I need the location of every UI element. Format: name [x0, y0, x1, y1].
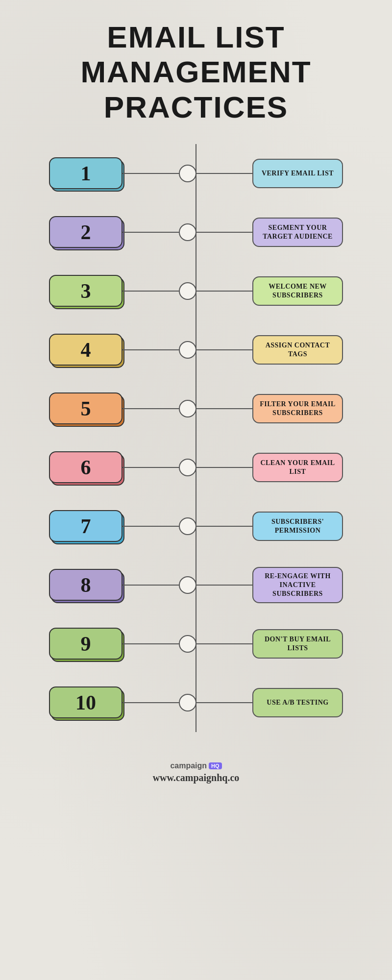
number-box-wrapper-8: 8: [49, 569, 122, 601]
connector-right-7: [196, 526, 253, 527]
connector-left-7: [122, 526, 179, 527]
connector-left-1: [122, 173, 179, 174]
title-section: EMAIL LIST MANAGEMENT PRACTICES: [51, 0, 341, 134]
label-box-10: USE A/B TESTING: [252, 688, 343, 717]
connector-right-9: [196, 643, 253, 644]
number-box-3: 3: [49, 275, 122, 307]
timeline-item-9: 9DON'T BUY EMAIL LISTS: [49, 614, 343, 673]
center-circle-5: [179, 400, 196, 417]
timeline-item-10: 10USE A/B TESTING: [49, 673, 343, 732]
number-box-wrapper-2: 2: [49, 216, 122, 248]
number-box-wrapper-3: 3: [49, 275, 122, 307]
label-box-3: WELCOME NEW SUBSCRIBERS: [252, 276, 343, 306]
number-box-wrapper-7: 7: [49, 510, 122, 542]
connector-right-2: [196, 232, 253, 233]
footer-url[interactable]: www.campaignhq.co: [153, 772, 240, 784]
timeline-container: 1VERIFY EMAIL LIST2SEGMENT YOUR TARGET A…: [0, 134, 392, 742]
number-box-5: 5: [49, 392, 122, 424]
center-circle-8: [179, 576, 196, 594]
label-box-9: DON'T BUY EMAIL LISTS: [252, 629, 343, 659]
connector-left-10: [122, 702, 179, 703]
connector-left-2: [122, 232, 179, 233]
number-box-wrapper-1: 1: [49, 157, 122, 189]
connector-right-3: [196, 291, 253, 292]
connector-left-8: [122, 585, 179, 586]
center-circle-10: [179, 694, 196, 711]
center-circle-4: [179, 341, 196, 359]
timeline-item-8: 8RE-ENGAGE WITH INACTIVE SUBSCRIBERS: [49, 556, 343, 614]
label-box-5: FILTER YOUR EMAIL SUBSCRIBERS: [252, 394, 343, 423]
connector-left-9: [122, 643, 179, 644]
label-box-1: VERIFY EMAIL LIST: [252, 159, 343, 188]
label-box-8: RE-ENGAGE WITH INACTIVE SUBSCRIBERS: [252, 567, 343, 604]
timeline-item-1: 1VERIFY EMAIL LIST: [49, 144, 343, 203]
timeline-item-2: 2SEGMENT YOUR TARGET AUDIENCE: [49, 203, 343, 262]
number-box-wrapper-10: 10: [49, 686, 122, 718]
number-box-10: 10: [49, 686, 122, 718]
number-box-wrapper-4: 4: [49, 334, 122, 366]
footer-brand: campaign HQ: [170, 761, 221, 770]
connector-right-1: [196, 173, 253, 174]
number-box-8: 8: [49, 569, 122, 601]
connector-right-10: [196, 702, 253, 703]
timeline-item-7: 7SUBSCRIBERS' PERMISSION: [49, 497, 343, 556]
center-circle-3: [179, 282, 196, 300]
timeline-item-4: 4ASSIGN CONTACT TAGS: [49, 320, 343, 379]
center-circle-2: [179, 223, 196, 241]
label-box-4: ASSIGN CONTACT TAGS: [252, 335, 343, 365]
number-box-7: 7: [49, 510, 122, 542]
number-box-2: 2: [49, 216, 122, 248]
number-box-1: 1: [49, 157, 122, 189]
main-title: EMAIL LIST MANAGEMENT PRACTICES: [80, 20, 311, 124]
footer-hq-badge: HQ: [209, 762, 222, 769]
number-box-9: 9: [49, 628, 122, 660]
connector-left-4: [122, 349, 179, 350]
center-circle-7: [179, 517, 196, 535]
connector-left-3: [122, 291, 179, 292]
center-circle-1: [179, 165, 196, 182]
timeline-item-3: 3WELCOME NEW SUBSCRIBERS: [49, 262, 343, 320]
connector-right-5: [196, 408, 253, 409]
label-box-7: SUBSCRIBERS' PERMISSION: [252, 512, 343, 541]
connector-right-6: [196, 467, 253, 468]
items-wrapper: 1VERIFY EMAIL LIST2SEGMENT YOUR TARGET A…: [49, 144, 343, 732]
connector-left-6: [122, 467, 179, 468]
number-box-wrapper-9: 9: [49, 628, 122, 660]
center-circle-9: [179, 635, 196, 653]
connector-right-8: [196, 585, 253, 586]
number-box-wrapper-5: 5: [49, 392, 122, 424]
number-box-6: 6: [49, 451, 122, 483]
number-box-4: 4: [49, 334, 122, 366]
timeline-item-5: 5FILTER YOUR EMAIL SUBSCRIBERS: [49, 379, 343, 438]
label-box-6: CLEAN YOUR EMAIL LIST: [252, 453, 343, 482]
center-circle-6: [179, 459, 196, 476]
label-box-2: SEGMENT YOUR TARGET AUDIENCE: [252, 218, 343, 247]
connector-left-5: [122, 408, 179, 409]
timeline-item-6: 6CLEAN YOUR EMAIL LIST: [49, 438, 343, 497]
number-box-wrapper-6: 6: [49, 451, 122, 483]
connector-right-4: [196, 349, 253, 350]
footer-section: campaign HQ www.campaignhq.co: [153, 761, 240, 784]
footer-brand-name: campaign: [170, 761, 207, 770]
